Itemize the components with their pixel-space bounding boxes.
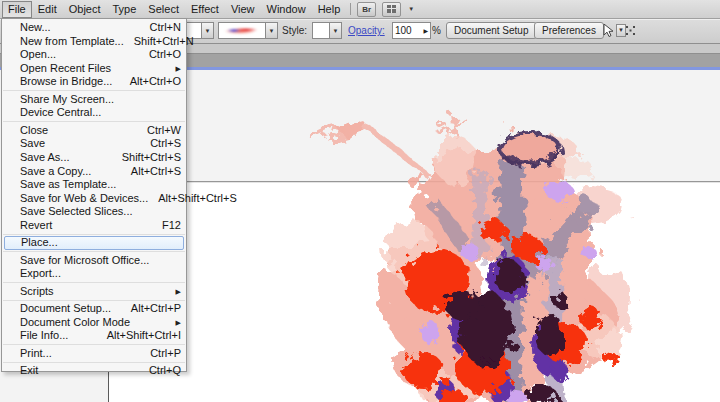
bridge-button[interactable]: Br [357, 2, 376, 17]
menu-item-label: Export... [20, 267, 61, 281]
brush-stroke-preview-icon[interactable] [218, 22, 265, 39]
menu-item-save-a-copy[interactable]: Save a Copy...Alt+Ctrl+S [2, 165, 186, 179]
menu-item-document-setup[interactable]: Document Setup...Alt+Ctrl+P [2, 302, 186, 316]
menu-separator [3, 90, 185, 91]
menubar-item-select[interactable]: Select [142, 1, 185, 18]
menu-item-save-selected-slices[interactable]: Save Selected Slices... [2, 205, 186, 219]
menu-item-device-central[interactable]: Device Central... [2, 106, 186, 120]
menu-item-label: Save Selected Slices... [20, 205, 133, 219]
preferences-button[interactable]: Preferences [534, 22, 604, 39]
arrange-documents-icon [387, 5, 396, 13]
menu-separator [3, 121, 185, 122]
menu-item-scripts[interactable]: Scripts▶ [2, 285, 186, 299]
menu-item-label: File Info... [20, 329, 68, 343]
chevron-down-icon[interactable]: ▼ [408, 6, 414, 12]
spinner-arrow-icon[interactable]: ▶ [423, 27, 428, 34]
chevron-down-icon[interactable]: ▼ [616, 24, 626, 37]
menubar-item-effect[interactable]: Effect [185, 1, 225, 18]
style-label: Style: [282, 25, 307, 36]
opacity-input[interactable]: 100 ▶ [392, 22, 431, 39]
menu-item-shortcut: Ctrl+S [140, 137, 181, 151]
file-menu: New...Ctrl+NNew from Template...Shift+Ct… [1, 18, 187, 372]
menu-item-save-for-web-devices[interactable]: Save for Web & Devices...Alt+Shift+Ctrl+… [2, 192, 186, 206]
menu-item-label: Browse in Bridge... [20, 75, 112, 89]
menu-item-label: Exit [20, 364, 38, 378]
menu-separator [3, 282, 185, 283]
menu-item-shortcut: Alt+Ctrl+S [121, 165, 181, 179]
combo-value-box[interactable] [312, 22, 329, 39]
menu-item-label: New from Template... [20, 35, 124, 49]
artboard[interactable] [108, 181, 720, 402]
menubar-item-file[interactable]: File [2, 1, 32, 18]
menu-item-shortcut: Alt+Shift+Ctrl+S [148, 192, 237, 206]
menubar-item-view[interactable]: View [225, 1, 261, 18]
menu-item-label: Device Central... [20, 106, 101, 120]
menubar-item-type[interactable]: Type [107, 1, 143, 18]
menu-item-new-from-template[interactable]: New from Template...Shift+Ctrl+N [2, 35, 186, 49]
brush-definition-dropdown[interactable]: ▼ [218, 22, 278, 39]
menu-item-label: Open Recent Files [20, 62, 111, 76]
chevron-down-icon[interactable]: ▼ [265, 22, 278, 39]
menu-item-close[interactable]: CloseCtrl+W [2, 124, 186, 138]
menu-item-label: Save for Web & Devices... [20, 192, 148, 206]
arrange-icon[interactable] [626, 26, 635, 35]
menu-item-label: Save As... [20, 151, 70, 165]
chevron-down-icon[interactable]: ▼ [201, 22, 214, 39]
opacity-link[interactable]: Opacity: [348, 25, 385, 36]
menu-separator [3, 344, 185, 345]
menu-item-shortcut: Shift+Ctrl+N [124, 35, 194, 49]
menu-item-label: Save as Template... [20, 178, 116, 192]
menu-bar: FileEditObjectTypeSelectEffectViewWindow… [0, 0, 720, 19]
menubar-item-window[interactable]: Window [261, 1, 312, 18]
menu-item-save-for-microsoft-office[interactable]: Save for Microsoft Office... [2, 254, 186, 268]
menu-item-save[interactable]: SaveCtrl+S [2, 137, 186, 151]
menu-item-label: Print... [20, 347, 52, 361]
selection-cursor-icon[interactable] [600, 22, 616, 38]
menu-item-new[interactable]: New...Ctrl+N [2, 21, 186, 35]
style-dropdown[interactable]: ▼ [312, 22, 342, 39]
menu-item-label: Scripts [20, 285, 54, 299]
percent-label: % [432, 25, 441, 36]
menu-item-label: Save [20, 137, 45, 151]
menu-item-share-my-screen[interactable]: Share My Screen... [2, 93, 186, 107]
menu-item-shortcut: Alt+Ctrl+O [120, 75, 181, 89]
menu-item-file-info[interactable]: File Info...Alt+Shift+Ctrl+I [2, 329, 186, 343]
menu-item-save-as[interactable]: Save As...Shift+Ctrl+S [2, 151, 186, 165]
menu-item-label: Share My Screen... [20, 93, 114, 107]
menu-item-print[interactable]: Print...Ctrl+P [2, 347, 186, 361]
menubar-separator [350, 3, 351, 15]
menu-bar-items: FileEditObjectTypeSelectEffectViewWindow… [2, 1, 346, 18]
submenu-arrow-icon: ▶ [176, 285, 181, 299]
menu-item-open-recent-files[interactable]: Open Recent Files▶ [2, 62, 186, 76]
menu-item-save-as-template[interactable]: Save as Template... [2, 178, 186, 192]
arrange-documents-button[interactable] [382, 2, 401, 17]
menu-item-place[interactable]: Place... [4, 236, 184, 250]
menubar-item-object[interactable]: Object [63, 1, 107, 18]
menu-item-document-color-mode[interactable]: Document Color Mode▶ [2, 316, 186, 330]
menu-separator [3, 251, 185, 252]
submenu-arrow-icon: ▶ [176, 316, 181, 330]
menu-item-export[interactable]: Export... [2, 267, 186, 281]
menubar-item-help[interactable]: Help [312, 1, 347, 18]
submenu-arrow-icon: ▶ [176, 62, 181, 76]
menu-item-label: Close [20, 124, 48, 138]
menu-item-label: Document Color Mode [20, 316, 130, 330]
menu-item-shortcut: F12 [152, 219, 181, 233]
menu-item-browse-in-bridge[interactable]: Browse in Bridge...Alt+Ctrl+O [2, 75, 186, 89]
menu-item-label: Open... [20, 48, 56, 62]
menu-item-shortcut: Ctrl+N [140, 21, 181, 35]
menu-item-open[interactable]: Open...Ctrl+O [2, 48, 186, 62]
menu-item-shortcut: Alt+Ctrl+P [121, 302, 181, 316]
opacity-value[interactable]: 100 [395, 25, 412, 36]
menu-item-revert[interactable]: RevertF12 [2, 219, 186, 233]
menu-item-exit[interactable]: ExitCtrl+Q [2, 364, 186, 378]
chevron-down-icon[interactable]: ▼ [329, 22, 342, 39]
menu-item-label: Save a Copy... [20, 165, 91, 179]
select-similar-options[interactable]: ▼ [600, 22, 626, 38]
document-setup-button[interactable]: Document Setup [446, 22, 537, 39]
menubar-item-edit[interactable]: Edit [32, 1, 63, 18]
menu-item-label: Revert [20, 219, 52, 233]
menu-separator [3, 234, 185, 235]
menu-item-shortcut: Alt+Shift+Ctrl+I [97, 329, 181, 343]
menu-separator [3, 300, 185, 301]
